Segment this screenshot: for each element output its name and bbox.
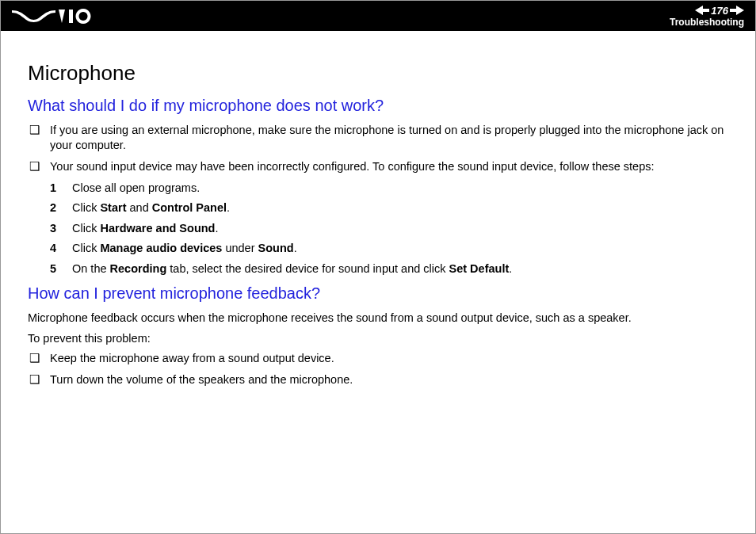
step-number: 4: [50, 241, 72, 257]
square-bullet-icon: ❑: [28, 351, 50, 366]
step-text: Click Start and Control Panel.: [72, 200, 728, 216]
header-right: 176 Troubleshooting: [670, 6, 744, 27]
section1-steps: 1 Close all open programs. 2 Click Start…: [28, 181, 728, 277]
svg-marker-2: [695, 6, 709, 15]
step-number: 5: [50, 261, 72, 277]
step-item: 2 Click Start and Control Panel.: [50, 200, 728, 216]
bullet-text: Turn down the volume of the speakers and…: [50, 372, 728, 387]
section2-para2: To prevent this problem:: [28, 331, 728, 347]
list-item: ❑ Turn down the volume of the speakers a…: [28, 372, 728, 387]
next-page-icon[interactable]: [730, 6, 744, 15]
vaio-logo: [12, 8, 99, 24]
list-item: ❑ If you are using an external microphon…: [28, 123, 728, 153]
step-item: 3 Click Hardware and Sound.: [50, 221, 728, 237]
bullet-text: If you are using an external microphone,…: [50, 123, 728, 153]
breadcrumb[interactable]: Troubleshooting: [670, 17, 744, 27]
section2-heading: How can I prevent microphone feedback?: [28, 284, 728, 303]
step-text: Click Hardware and Sound.: [72, 221, 728, 237]
step-item: 4 Click Manage audio devices under Sound…: [50, 241, 728, 257]
page-nav: 176: [695, 6, 744, 16]
square-bullet-icon: ❑: [28, 159, 50, 174]
step-number: 2: [50, 200, 72, 216]
page-title: Microphone: [28, 61, 728, 86]
square-bullet-icon: ❑: [28, 372, 50, 387]
list-item: ❑ Keep the microphone away from a sound …: [28, 351, 728, 366]
step-text: On the Recording tab, select the desired…: [72, 261, 728, 277]
step-text: Close all open programs.: [72, 181, 728, 196]
section2-para1: Microphone feedback occurs when the micr…: [28, 311, 728, 326]
bullet-text: Keep the microphone away from a sound ou…: [50, 351, 728, 366]
step-number: 3: [50, 221, 72, 237]
section1-heading: What should I do if my microphone does n…: [28, 97, 728, 115]
list-item: ❑ Your sound input device may have been …: [28, 159, 728, 174]
header-bar: 176 Troubleshooting: [1, 1, 755, 31]
content-area: Microphone What should I do if my microp…: [1, 31, 755, 533]
page: 176 Troubleshooting Microphone What shou…: [0, 0, 756, 534]
prev-page-icon[interactable]: [695, 6, 709, 15]
section1-bullets: ❑ If you are using an external microphon…: [28, 123, 728, 174]
square-bullet-icon: ❑: [28, 123, 50, 138]
step-text: Click Manage audio devices under Sound.: [72, 241, 728, 257]
step-item: 1 Close all open programs.: [50, 181, 728, 196]
svg-marker-3: [730, 6, 744, 15]
section2-bullets: ❑ Keep the microphone away from a sound …: [28, 351, 728, 387]
svg-rect-1: [69, 10, 73, 23]
page-number: 176: [711, 6, 728, 16]
svg-marker-0: [59, 10, 65, 23]
step-item: 5 On the Recording tab, select the desir…: [50, 261, 728, 277]
bullet-text: Your sound input device may have been in…: [50, 159, 728, 174]
step-number: 1: [50, 181, 72, 196]
